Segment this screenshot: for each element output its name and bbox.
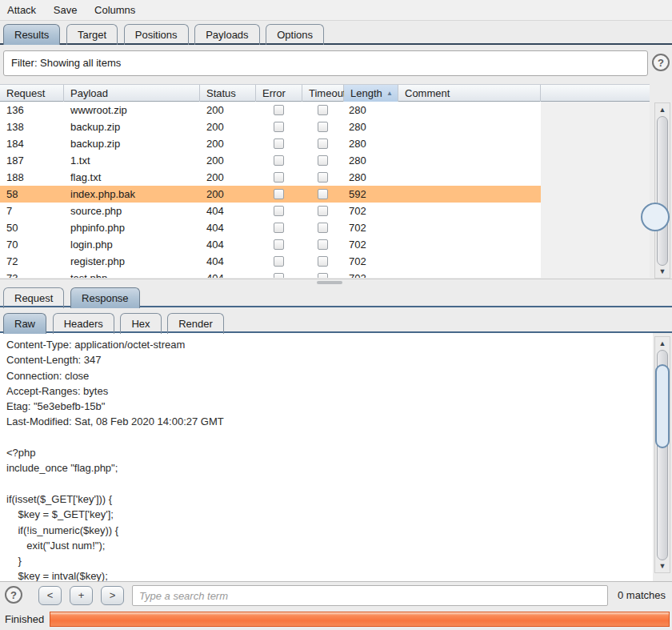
column-header-timeout[interactable]: Timeout	[302, 85, 344, 102]
timeout-checkbox[interactable]	[318, 105, 328, 115]
tab-options[interactable]: Options	[266, 24, 324, 45]
error-checkbox[interactable]	[274, 273, 284, 278]
cell-length: 702	[349, 219, 395, 236]
table-row[interactable]: 136 wwwroot.zip 200 280	[0, 102, 650, 118]
search-add-button[interactable]: +	[70, 586, 93, 605]
cell-payload: source.php	[70, 203, 197, 219]
timeout-checkbox[interactable]	[318, 172, 328, 183]
splitter-grip[interactable]	[317, 281, 342, 284]
cell-length: 702	[349, 203, 395, 219]
scroll-down-icon[interactable]: ▼	[655, 560, 670, 572]
tab-hex[interactable]: Hex	[120, 313, 161, 334]
response-line: Connection: close	[6, 368, 653, 383]
help-icon[interactable]: ?	[5, 586, 22, 604]
error-checkbox[interactable]	[274, 206, 284, 216]
help-icon[interactable]: ?	[652, 54, 670, 71]
table-row[interactable]: 50 phpinfo.php 404 702	[0, 219, 650, 236]
cell-payload: 1.txt	[70, 152, 197, 169]
column-header-status[interactable]: Status	[200, 85, 256, 102]
results-table-body: 136 wwwroot.zip 200 280 138 backup.zip 2…	[0, 102, 650, 278]
cell-status: 200	[206, 118, 253, 135]
response-line: <?php	[6, 445, 653, 460]
cell-length: 280	[349, 118, 395, 135]
table-row[interactable]: 73 test.php 404 702	[0, 270, 650, 278]
table-row[interactable]: 187 1.txt 200 280	[0, 152, 650, 169]
cell-payload: backup.zip	[70, 135, 197, 152]
cell-request: 136	[6, 102, 62, 118]
column-header-length[interactable]: Length ▲	[344, 85, 398, 102]
table-row[interactable]: 7 source.php 404 702	[0, 203, 650, 219]
search-previous-button[interactable]: <	[38, 586, 62, 605]
scroll-up-icon[interactable]: ▲	[655, 104, 670, 115]
response-line	[6, 476, 653, 492]
tab-target[interactable]: Target	[66, 24, 118, 45]
column-header-request[interactable]: Request	[0, 85, 64, 102]
scroll-up-icon[interactable]: ▲	[655, 338, 670, 349]
timeout-checkbox[interactable]	[318, 206, 328, 216]
menu-save[interactable]: Save	[46, 0, 85, 20]
vertical-scrollbar[interactable]: ▲ ▼	[654, 102, 670, 279]
scrollbar-grip-bubble[interactable]	[641, 203, 670, 231]
error-checkbox[interactable]	[274, 122, 284, 132]
response-line: Content-Length: 347	[6, 352, 653, 367]
error-checkbox[interactable]	[274, 223, 284, 233]
error-checkbox[interactable]	[274, 105, 284, 115]
timeout-checkbox[interactable]	[318, 122, 328, 132]
tab-request[interactable]: Request	[3, 287, 64, 308]
menu-columns[interactable]: Columns	[87, 0, 142, 20]
response-line: exit("Just num!");	[6, 538, 653, 553]
cell-length: 280	[349, 152, 395, 169]
cell-length: 702	[349, 270, 395, 278]
timeout-checkbox[interactable]	[318, 155, 328, 166]
timeout-checkbox[interactable]	[318, 189, 328, 199]
menu-attack[interactable]: Attack	[0, 0, 43, 20]
cell-payload: flag.txt	[70, 169, 197, 186]
timeout-checkbox[interactable]	[318, 256, 328, 267]
scroll-down-icon[interactable]: ▼	[655, 266, 670, 277]
search-input[interactable]	[132, 585, 608, 606]
error-checkbox[interactable]	[274, 256, 284, 267]
tab-raw[interactable]: Raw	[3, 313, 46, 334]
timeout-checkbox[interactable]	[318, 223, 328, 233]
scrollbar-thumb[interactable]	[657, 116, 668, 266]
column-header-payload[interactable]: Payload	[64, 85, 200, 102]
response-line: include_once "flag.php";	[6, 460, 653, 476]
filter-box[interactable]: Filter: Showing all items	[3, 50, 648, 76]
cell-request: 7	[6, 203, 62, 219]
tab-results[interactable]: Results	[3, 24, 60, 45]
column-header-comment[interactable]: Comment	[398, 85, 541, 102]
scrollbar-viewport-lens[interactable]	[655, 364, 670, 448]
search-next-button[interactable]: >	[101, 586, 124, 605]
cell-payload: register.php	[70, 253, 197, 270]
cell-payload: backup.zip	[70, 118, 197, 135]
table-row[interactable]: 188 flag.txt 200 280	[0, 169, 650, 186]
match-count: 0 matches	[618, 589, 666, 601]
timeout-checkbox[interactable]	[318, 239, 328, 250]
table-row[interactable]: 184 backup.zip 200 280	[0, 135, 650, 152]
table-row[interactable]: 70 login.php 404 702	[0, 236, 650, 253]
error-checkbox[interactable]	[274, 239, 284, 250]
error-checkbox[interactable]	[274, 138, 284, 149]
table-row[interactable]: 138 backup.zip 200 280	[0, 118, 650, 135]
tab-response[interactable]: Response	[70, 287, 140, 308]
tab-positions[interactable]: Positions	[124, 24, 189, 45]
cell-status: 404	[206, 270, 253, 278]
pane-splitter[interactable]	[0, 279, 672, 285]
error-checkbox[interactable]	[274, 172, 284, 183]
tab-payloads[interactable]: Payloads	[194, 24, 259, 45]
error-checkbox[interactable]	[274, 189, 284, 199]
response-raw-view[interactable]: Content-Type: application/octet-stream C…	[0, 333, 653, 581]
cell-status: 200	[206, 169, 253, 186]
column-header-filler	[541, 85, 650, 102]
timeout-checkbox[interactable]	[318, 138, 328, 149]
search-bar: ? < + > 0 matches	[0, 581, 672, 607]
sort-ascending-icon: ▲	[386, 90, 393, 98]
cell-length: 280	[349, 135, 395, 152]
column-header-error[interactable]: Error	[256, 85, 302, 102]
timeout-checkbox[interactable]	[318, 273, 328, 278]
table-row-selected[interactable]: 58 index.php.bak 200 592	[0, 186, 650, 203]
tab-headers[interactable]: Headers	[53, 313, 114, 334]
tab-render[interactable]: Render	[167, 313, 224, 334]
error-checkbox[interactable]	[274, 155, 284, 166]
table-row[interactable]: 72 register.php 404 702	[0, 253, 650, 270]
